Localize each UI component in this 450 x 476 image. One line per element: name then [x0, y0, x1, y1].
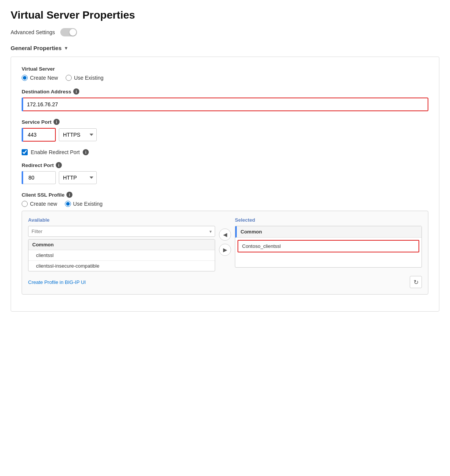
create-profile-link[interactable]: Create Profile in BIG-IP UI [28, 279, 86, 285]
service-port-input[interactable] [22, 128, 56, 142]
redirect-port-protocol-select[interactable]: HTTP HTTPS OTHER [59, 171, 97, 184]
ssl-arrow-buttons: ◀ ▶ [219, 217, 231, 256]
client-ssl-profile-info-icon[interactable]: i [66, 192, 72, 198]
use-existing-vs-radio[interactable] [66, 75, 72, 81]
ssl-selected-label: Selected [235, 217, 422, 223]
ssl-available-item-clientssl[interactable]: clientssl [28, 250, 215, 261]
service-port-left-bar [22, 128, 23, 142]
enable-redirect-port-label: Enable Redirect Port [31, 149, 80, 155]
create-new-vs-radio[interactable] [22, 75, 28, 81]
redirect-port-field: Redirect Port i HTTP HTTPS OTHER [22, 162, 428, 184]
ssl-available-label: Available [28, 217, 215, 223]
virtual-server-field: Virtual Server Create New Use Existing [22, 66, 428, 81]
filter-icon: ▾ [209, 229, 212, 234]
create-new-vs-label: Create New [30, 75, 58, 81]
advanced-settings-label: Advanced Settings [11, 29, 55, 35]
ssl-available-list: Common clientssl clientssl-insecure-comp… [28, 239, 215, 271]
ssl-picker: Available ▾ Common clientssl clientssl-i… [22, 211, 428, 295]
service-port-row: HTTPS HTTP OTHER [22, 128, 428, 142]
ssl-available-group-common[interactable]: Common [28, 240, 215, 250]
destination-address-field: Destination Address i [22, 88, 428, 111]
create-new-ssl-option[interactable]: Create new [22, 201, 57, 207]
create-new-ssl-label: Create new [30, 201, 57, 207]
ssl-filter-row: ▾ [28, 226, 215, 237]
create-new-vs-option[interactable]: Create New [22, 75, 58, 81]
service-port-info-icon[interactable]: i [53, 119, 60, 125]
general-properties-header: General Properties ▼ [11, 45, 439, 51]
use-existing-vs-label: Use Existing [74, 75, 104, 81]
destination-address-label: Destination Address i [22, 88, 428, 95]
redirect-port-label: Redirect Port i [22, 162, 428, 168]
client-ssl-profile-label: Client SSL Profile i [22, 192, 428, 198]
redirect-port-left-bar [22, 171, 23, 184]
enable-redirect-port-info-icon[interactable]: i [83, 149, 89, 155]
destination-address-info-icon[interactable]: i [73, 88, 79, 95]
ssl-available-col: Available ▾ Common clientssl clientssl-i… [28, 217, 215, 271]
ssl-columns: Available ▾ Common clientssl clientssl-i… [28, 217, 422, 271]
service-port-field: Service Port i HTTPS HTTP OTHER [22, 119, 428, 142]
ssl-selected-group-common: Common [235, 226, 422, 238]
redirect-port-row: HTTP HTTPS OTHER [22, 171, 428, 184]
client-ssl-profile-field: Client SSL Profile i Create new Use Exis… [22, 192, 428, 295]
redirect-port-info-icon[interactable]: i [56, 162, 62, 168]
ssl-move-left-button[interactable]: ◀ [219, 229, 231, 241]
service-port-input-wrap [22, 128, 56, 142]
destination-address-input[interactable] [23, 98, 428, 111]
use-existing-ssl-radio[interactable] [65, 201, 71, 207]
redirect-port-input[interactable] [22, 171, 56, 184]
virtual-server-radio-group: Create New Use Existing [22, 75, 428, 81]
create-new-ssl-radio[interactable] [22, 201, 28, 207]
ssl-selected-item-contoso[interactable]: Contoso_clientssl [238, 240, 419, 252]
use-existing-ssl-label: Use Existing [73, 201, 103, 207]
destination-address-input-wrap [22, 98, 428, 111]
use-existing-ssl-option[interactable]: Use Existing [65, 201, 103, 207]
virtual-server-label: Virtual Server [22, 66, 428, 72]
ssl-available-item-clientssl-insecure[interactable]: clientssl-insecure-compatible [28, 261, 215, 271]
client-ssl-radio-group: Create new Use Existing [22, 201, 428, 207]
ssl-filter-input[interactable] [31, 229, 207, 234]
service-port-protocol-select[interactable]: HTTPS HTTP OTHER [59, 128, 97, 141]
ssl-selected-box: Common Contoso_clientssl [235, 226, 422, 268]
enable-redirect-port-row: Enable Redirect Port i [22, 149, 428, 155]
enable-redirect-port-checkbox[interactable] [22, 149, 28, 155]
general-properties-card: Virtual Server Create New Use Existing D… [11, 57, 439, 312]
ssl-bottom-row: Create Profile in BIG-IP UI ↻ [28, 276, 422, 288]
advanced-settings-toggle[interactable] [60, 28, 77, 36]
redirect-port-input-wrap [22, 171, 56, 184]
use-existing-vs-option[interactable]: Use Existing [66, 75, 104, 81]
service-port-label: Service Port i [22, 119, 428, 125]
page-title: Virtual Server Properties [11, 9, 439, 21]
refresh-button[interactable]: ↻ [410, 276, 422, 288]
ssl-selected-col: Selected Common Contoso_clientssl [235, 217, 422, 268]
ssl-move-right-button[interactable]: ▶ [219, 244, 231, 256]
general-properties-arrow: ▼ [64, 46, 68, 51]
